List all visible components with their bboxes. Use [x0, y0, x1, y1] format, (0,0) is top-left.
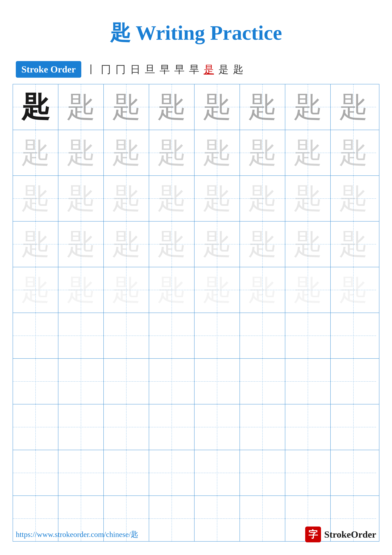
grid-cell[interactable] — [194, 450, 240, 496]
grid-cell[interactable]: 匙 — [149, 267, 194, 313]
grid-cell[interactable]: 匙 — [13, 176, 58, 221]
grid-cell[interactable]: 匙 — [194, 130, 240, 175]
char-guide: 匙 — [21, 276, 50, 304]
grid-cell[interactable] — [104, 359, 149, 404]
grid-row: 匙 匙 匙 匙 匙 匙 匙 匙 — [13, 84, 379, 130]
grid-cell[interactable]: 匙 — [331, 221, 376, 267]
grid-cell[interactable]: 匙 — [58, 176, 104, 221]
grid-cell[interactable] — [13, 359, 58, 404]
grid-cell[interactable] — [58, 313, 104, 358]
char-guide: 匙 — [112, 184, 141, 213]
grid-cell[interactable] — [58, 450, 104, 496]
stroke-step-3: 冂 — [115, 63, 126, 76]
grid-cell[interactable] — [285, 313, 331, 358]
grid-cell[interactable] — [149, 404, 194, 450]
grid-cell[interactable] — [331, 313, 376, 358]
grid-cell[interactable] — [331, 404, 376, 450]
grid-cell[interactable]: 匙 — [331, 267, 376, 313]
char-guide: 匙 — [248, 230, 277, 258]
grid-cell[interactable]: 匙 — [240, 267, 285, 313]
char-guide: 匙 — [339, 139, 368, 167]
grid-cell[interactable]: 匙 — [104, 84, 149, 130]
char-guide: 匙 — [21, 139, 50, 167]
grid-cell[interactable] — [104, 313, 149, 358]
grid-cell[interactable] — [58, 359, 104, 404]
grid-cell[interactable] — [13, 313, 58, 358]
grid-cell[interactable]: 匙 — [104, 267, 149, 313]
grid-cell[interactable]: 匙 — [194, 221, 240, 267]
grid-cell[interactable]: 匙 — [194, 84, 240, 130]
char-guide: 匙 — [67, 184, 95, 213]
grid-row — [13, 313, 379, 359]
grid-cell[interactable] — [194, 313, 240, 358]
grid-cell[interactable] — [13, 404, 58, 450]
title-char: 匙 — [110, 21, 131, 44]
grid-cell[interactable]: 匙 — [194, 176, 240, 221]
footer-brand: 字 StrokeOrder — [305, 526, 376, 542]
char-guide: 匙 — [67, 139, 95, 167]
grid-cell[interactable]: 匙 — [58, 84, 104, 130]
grid-row: 匙 匙 匙 匙 匙 匙 匙 匙 — [13, 267, 379, 313]
grid-cell[interactable]: 匙 — [285, 130, 331, 175]
grid-cell[interactable] — [240, 359, 285, 404]
grid-cell[interactable]: 匙 — [285, 267, 331, 313]
grid-cell[interactable] — [240, 450, 285, 496]
grid-cell[interactable] — [104, 404, 149, 450]
grid-cell[interactable]: 匙 — [104, 221, 149, 267]
grid-cell[interactable]: 匙 — [149, 176, 194, 221]
grid-cell[interactable]: 匙 — [285, 176, 331, 221]
grid-cell[interactable] — [240, 313, 285, 358]
char-guide: 匙 — [203, 139, 231, 167]
char-guide: 匙 — [294, 276, 322, 304]
grid-cell[interactable]: 匙 — [240, 221, 285, 267]
grid-cell[interactable]: 匙 — [149, 130, 194, 175]
grid-cell[interactable] — [149, 359, 194, 404]
title-text: Writing Practice — [131, 21, 282, 44]
grid-cell[interactable]: 匙 — [194, 267, 240, 313]
grid-cell[interactable] — [58, 404, 104, 450]
char-guide: 匙 — [294, 93, 322, 121]
grid-cell[interactable]: 匙 — [285, 84, 331, 130]
char-guide: 匙 — [248, 276, 277, 304]
grid-cell[interactable]: 匙 — [58, 130, 104, 175]
grid-cell[interactable]: 匙 — [13, 221, 58, 267]
stroke-step-7: 早 — [174, 63, 185, 76]
grid-cell[interactable]: 匙 — [331, 176, 376, 221]
grid-cell[interactable]: 匙 — [58, 267, 104, 313]
grid-cell[interactable] — [149, 450, 194, 496]
grid-cell[interactable] — [285, 404, 331, 450]
grid-cell[interactable]: 匙 — [331, 84, 376, 130]
grid-cell[interactable]: 匙 — [149, 84, 194, 130]
grid-cell[interactable]: 匙 — [104, 176, 149, 221]
grid-cell[interactable] — [331, 359, 376, 404]
stroke-step-5: 旦 — [145, 63, 155, 76]
brand-icon: 字 — [305, 526, 321, 542]
grid-cell[interactable] — [331, 450, 376, 496]
grid-cell[interactable]: 匙 — [13, 84, 58, 130]
grid-cell[interactable]: 匙 — [331, 130, 376, 175]
grid-cell[interactable] — [194, 359, 240, 404]
grid-cell[interactable] — [240, 404, 285, 450]
grid-cell[interactable]: 匙 — [58, 221, 104, 267]
stroke-step-10: 是 — [218, 63, 229, 76]
grid-cell[interactable]: 匙 — [240, 130, 285, 175]
grid-cell[interactable] — [285, 359, 331, 404]
grid-cell[interactable] — [194, 404, 240, 450]
footer-url[interactable]: https://www.strokeorder.com/chinese/匙 — [16, 529, 138, 540]
grid-cell[interactable]: 匙 — [13, 130, 58, 175]
char-guide: 匙 — [157, 230, 186, 258]
grid-cell[interactable]: 匙 — [104, 130, 149, 175]
char-guide: 匙 — [248, 184, 277, 213]
grid-cell[interactable]: 匙 — [285, 221, 331, 267]
page-title: 匙 Writing Practice — [0, 0, 392, 56]
grid-cell[interactable] — [285, 450, 331, 496]
grid-cell[interactable] — [149, 313, 194, 358]
char-guide: 匙 — [21, 230, 50, 258]
grid-cell[interactable]: 匙 — [240, 84, 285, 130]
grid-cell[interactable]: 匙 — [240, 176, 285, 221]
grid-cell[interactable]: 匙 — [13, 267, 58, 313]
grid-cell[interactable]: 匙 — [149, 221, 194, 267]
grid-cell[interactable] — [13, 450, 58, 496]
grid-cell[interactable] — [104, 450, 149, 496]
char-guide: 匙 — [112, 276, 141, 304]
